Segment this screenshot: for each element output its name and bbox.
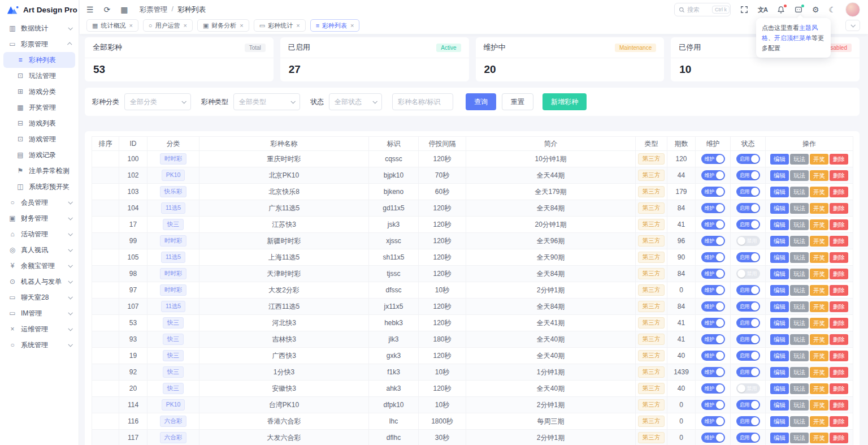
sidebar-item-live-video[interactable]: ◎真人视讯 [3, 242, 75, 258]
keyword-input[interactable] [392, 93, 453, 110]
edit-button[interactable]: 编辑 [770, 433, 789, 443]
tab-stats-overview[interactable]: ▦统计概况× [86, 19, 138, 32]
add-lottery-button[interactable]: 新增彩种 [542, 93, 587, 110]
maintenance-toggle[interactable]: 维护 [701, 383, 725, 394]
play-rules-button[interactable]: 玩法 [790, 351, 809, 361]
play-rules-button[interactable]: 玩法 [790, 203, 809, 214]
category-select[interactable]: 全部分类 [124, 93, 191, 110]
sidebar-item-lottery-mgmt[interactable]: ▭彩票管理 [3, 36, 75, 52]
status-toggle[interactable]: 禁用 [736, 236, 760, 246]
maintenance-toggle[interactable]: 维护 [701, 252, 725, 262]
menu-collapse-icon[interactable]: ☰ [86, 6, 94, 14]
draw-button[interactable]: 开奖 [810, 318, 828, 329]
status-toggle[interactable]: 启用 [736, 154, 760, 164]
edit-button[interactable]: 编辑 [770, 170, 789, 181]
sidebar-item-chatroom-28[interactable]: ▭聊天室28 [3, 290, 75, 305]
edit-button[interactable]: 编辑 [770, 416, 789, 427]
delete-button[interactable]: 删除 [830, 285, 848, 296]
maintenance-toggle[interactable]: 维护 [701, 219, 725, 230]
maintenance-toggle[interactable]: 维护 [701, 416, 725, 426]
draw-button[interactable]: 开奖 [810, 285, 828, 296]
play-rules-button[interactable]: 玩法 [790, 154, 809, 165]
reset-button[interactable]: 重置 [502, 93, 533, 110]
status-toggle[interactable]: 启用 [736, 219, 760, 230]
maintenance-toggle[interactable]: 维护 [701, 236, 725, 246]
edit-button[interactable]: 编辑 [770, 285, 789, 296]
sidebar-item-game-records[interactable]: ▤游戏记录 [3, 147, 75, 163]
play-rules-button[interactable]: 玩法 [790, 269, 809, 279]
play-rules-button[interactable]: 玩法 [790, 400, 809, 411]
global-search[interactable]: Ctrl k [674, 3, 731, 16]
maintenance-toggle[interactable]: 维护 [701, 301, 725, 312]
refresh-icon[interactable]: ⟳ [104, 6, 111, 14]
play-rules-button[interactable]: 玩法 [790, 416, 809, 427]
maintenance-toggle[interactable]: 维护 [701, 187, 725, 197]
sidebar-item-im-mgmt[interactable]: ▭IM管理 [3, 305, 75, 321]
draw-button[interactable]: 开奖 [810, 219, 828, 230]
sidebar-item-data-stats[interactable]: ▥数据统计 [3, 20, 75, 36]
edit-button[interactable]: 编辑 [770, 219, 789, 230]
edit-button[interactable]: 编辑 [770, 334, 789, 345]
delete-button[interactable]: 删除 [830, 334, 848, 345]
edit-button[interactable]: 编辑 [770, 351, 789, 361]
sidebar-item-game-mgmt[interactable]: ⊡游戏管理 [3, 131, 75, 147]
fullscreen-icon[interactable] [740, 6, 748, 14]
draw-button[interactable]: 开奖 [810, 170, 828, 181]
edit-button[interactable]: 编辑 [770, 154, 789, 165]
draw-button[interactable]: 开奖 [810, 433, 828, 443]
tabs-options-button[interactable] [845, 20, 860, 31]
play-rules-button[interactable]: 玩法 [790, 334, 809, 345]
play-rules-button[interactable]: 玩法 [790, 236, 809, 247]
delete-button[interactable]: 删除 [830, 252, 848, 263]
play-rules-button[interactable]: 玩法 [790, 318, 809, 329]
tab-lottery-list[interactable]: ≡彩种列表× [310, 19, 360, 32]
status-toggle[interactable]: 启用 [736, 367, 760, 377]
sidebar-item-game-list[interactable]: ⊟游戏列表 [3, 115, 75, 131]
sidebar-item-robot-orders[interactable]: ⊙机器人与发单 [3, 274, 75, 290]
status-toggle[interactable]: 启用 [736, 433, 760, 443]
play-rules-button[interactable]: 玩法 [790, 301, 809, 312]
draw-button[interactable]: 开奖 [810, 334, 828, 345]
messages-icon[interactable] [795, 6, 802, 14]
dark-mode-moon-icon[interactable]: ☾ [828, 6, 836, 14]
status-select[interactable]: 全部状态 [329, 93, 382, 110]
delete-button[interactable]: 删除 [830, 236, 848, 247]
delete-button[interactable]: 删除 [830, 187, 848, 197]
sidebar-item-activity-mgmt[interactable]: ⌂活动管理 [3, 226, 75, 242]
tab-close-icon[interactable]: × [296, 22, 300, 29]
maintenance-toggle[interactable]: 维护 [701, 170, 725, 180]
maintenance-toggle[interactable]: 维护 [701, 154, 725, 164]
sidebar-item-lottery-list[interactable]: ≡彩种列表 [3, 52, 75, 68]
play-rules-button[interactable]: 玩法 [790, 367, 809, 378]
draw-button[interactable]: 开奖 [810, 351, 828, 361]
delete-button[interactable]: 删除 [830, 170, 848, 181]
type-select[interactable]: 全部类型 [233, 93, 300, 110]
tab-lottery-stats[interactable]: ▭彩种统计× [254, 19, 306, 32]
draw-button[interactable]: 开奖 [810, 416, 828, 427]
delete-button[interactable]: 删除 [830, 367, 848, 378]
sidebar-item-system-predraw[interactable]: ◫系统彩预开奖 [3, 179, 75, 195]
delete-button[interactable]: 删除 [830, 219, 848, 230]
status-toggle[interactable]: 启用 [736, 334, 760, 344]
draw-button[interactable]: 开奖 [810, 203, 828, 214]
edit-button[interactable]: 编辑 [770, 318, 789, 329]
status-toggle[interactable]: 启用 [736, 416, 760, 426]
status-toggle[interactable]: 启用 [736, 400, 760, 410]
sidebar-item-bet-anomaly[interactable]: ⚑注单异常检测 [3, 163, 75, 179]
sidebar-item-ops-mgmt[interactable]: ×运维管理 [3, 321, 75, 337]
sidebar-item-yuebao-mgmt[interactable]: ¥余额宝管理 [3, 258, 75, 274]
maintenance-toggle[interactable]: 维护 [701, 203, 725, 213]
delete-button[interactable]: 删除 [830, 400, 848, 411]
draw-button[interactable]: 开奖 [810, 236, 828, 247]
app-logo[interactable]: Art Design Pro [0, 0, 79, 19]
delete-button[interactable]: 删除 [830, 154, 848, 165]
play-rules-button[interactable]: 玩法 [790, 383, 809, 394]
delete-button[interactable]: 删除 [830, 318, 848, 329]
maintenance-toggle[interactable]: 维护 [701, 351, 725, 361]
draw-button[interactable]: 开奖 [810, 400, 828, 411]
status-toggle[interactable]: 启用 [736, 351, 760, 361]
maintenance-toggle[interactable]: 维护 [701, 367, 725, 377]
search-input[interactable] [687, 6, 710, 13]
tab-close-icon[interactable]: × [129, 22, 132, 29]
status-toggle[interactable]: 启用 [736, 285, 760, 295]
